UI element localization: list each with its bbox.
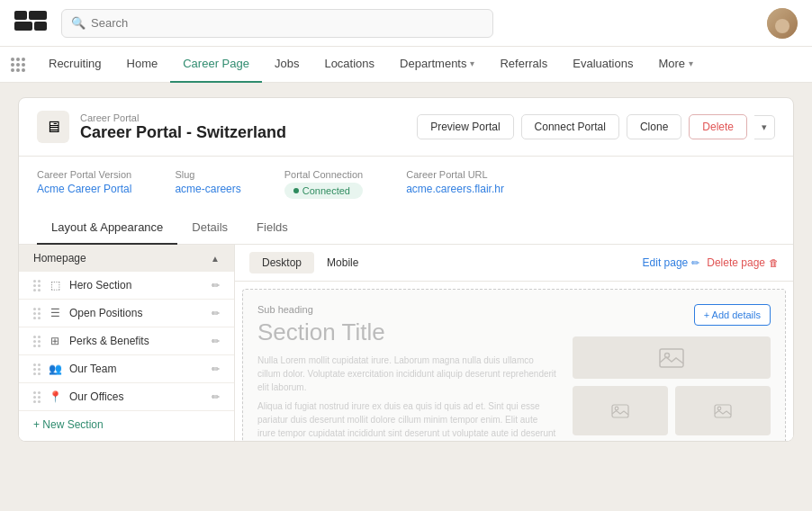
portal-name: Career Portal - Switzerland xyxy=(80,123,286,142)
sidebar-item-our-offices[interactable]: 📍 Our Offices ✏ xyxy=(19,383,234,411)
search-input[interactable] xyxy=(91,16,483,30)
image-placeholder-small-1 xyxy=(573,386,668,435)
edit-icon[interactable]: ✏ xyxy=(212,336,220,347)
preview-left: Sub heading Section Title Nulla Lorem mo… xyxy=(257,304,558,435)
nav-item-departments[interactable]: Departments ▾ xyxy=(387,47,487,83)
nav-item-career-page[interactable]: Career Page xyxy=(170,47,262,83)
add-details-button[interactable]: + Add details xyxy=(694,304,771,326)
svg-rect-0 xyxy=(14,11,27,20)
meta-version-value[interactable]: Acme Career Portal xyxy=(37,183,131,195)
edit-icon[interactable]: ✏ xyxy=(212,363,220,375)
image-placeholder-large xyxy=(573,336,771,379)
preview-toolbar: Desktop Mobile Edit page ✏ Delete page 🗑 xyxy=(235,245,793,282)
preview-content: Sub heading Section Title Nulla Lorem mo… xyxy=(242,289,786,441)
meta-slug-label: Slug xyxy=(175,169,240,180)
meta-connection: Portal Connection Connected xyxy=(284,169,363,199)
nav-item-referrals[interactable]: Referrals xyxy=(487,47,560,83)
edit-icon[interactable]: ✏ xyxy=(212,308,220,319)
delete-page-button[interactable]: Delete page 🗑 xyxy=(707,256,779,269)
preview-area: Desktop Mobile Edit page ✏ Delete page 🗑 xyxy=(235,245,793,441)
meta-version: Career Portal Version Acme Career Portal xyxy=(37,169,131,195)
nav-item-evaluations[interactable]: Evaluations xyxy=(560,47,645,83)
sidebar-item-our-team-label: Our Team xyxy=(69,363,204,375)
portal-label: Career Portal xyxy=(80,112,286,123)
preview-actions: Edit page ✏ Delete page 🗑 xyxy=(643,256,779,269)
tab-details[interactable]: Details xyxy=(177,211,242,245)
svg-rect-3 xyxy=(34,22,47,31)
portal-info: Career Portal Career Portal - Switzerlan… xyxy=(80,112,286,142)
image-placeholder-small-2 xyxy=(675,386,771,435)
svg-rect-6 xyxy=(612,405,628,417)
nav-item-more[interactable]: More ▾ xyxy=(645,47,706,83)
meta-url: Career Portal URL acme.careers.flair.hr xyxy=(406,169,504,195)
search-icon: 🔍 xyxy=(71,16,86,30)
drag-handle-icon xyxy=(33,363,41,375)
drag-handle-icon xyxy=(33,391,41,403)
sidebar: Homepage ▲ ⬚ Hero Section ✏ xyxy=(19,245,235,441)
avatar[interactable] xyxy=(767,8,798,39)
main-content: 🖥 Career Portal Career Portal - Switzerl… xyxy=(0,83,812,511)
meta-url-label: Career Portal URL xyxy=(406,169,504,180)
departments-chevron-icon: ▾ xyxy=(470,58,474,68)
new-section-button[interactable]: + New Section xyxy=(19,411,234,438)
tab-fields[interactable]: Fields xyxy=(242,211,302,245)
perks-icon: ⊞ xyxy=(48,335,62,347)
clone-button[interactable]: Clone xyxy=(627,114,681,139)
portal-title-area: 🖥 Career Portal Career Portal - Switzerl… xyxy=(37,111,286,143)
svg-rect-4 xyxy=(660,349,683,367)
sidebar-item-hero[interactable]: ⬚ Hero Section ✏ xyxy=(19,272,234,300)
search-bar[interactable]: 🔍 xyxy=(61,9,493,38)
sidebar-section-label: Homepage xyxy=(33,252,86,264)
nav-items: Recruiting Home Career Page Jobs Locatio… xyxy=(36,47,706,82)
sidebar-item-open-positions[interactable]: ☰ Open Positions ✏ xyxy=(19,300,234,327)
drag-handle-icon xyxy=(33,308,41,319)
connect-portal-button[interactable]: Connect Portal xyxy=(521,114,619,139)
connection-status-text: Connected xyxy=(302,185,350,196)
nav-grid-icon xyxy=(11,58,25,72)
svg-point-9 xyxy=(717,407,721,410)
meta-url-value[interactable]: acme.careers.flair.hr xyxy=(406,183,504,195)
mobile-view-button[interactable]: Mobile xyxy=(314,252,371,273)
edit-icon[interactable]: ✏ xyxy=(212,280,220,291)
sidebar-item-our-team[interactable]: 👥 Our Team ✏ xyxy=(19,355,234,383)
portal-header: 🖥 Career Portal Career Portal - Switzerl… xyxy=(19,98,793,157)
meta-slug: Slug acme-careers xyxy=(175,169,240,195)
sidebar-chevron-icon: ▲ xyxy=(211,254,220,264)
svg-rect-1 xyxy=(29,11,47,20)
image-row xyxy=(573,386,771,435)
drag-handle-icon xyxy=(33,336,41,347)
tab-layout-appearance[interactable]: Layout & Appearance xyxy=(37,211,177,245)
layout-content: Homepage ▲ ⬚ Hero Section ✏ xyxy=(19,245,793,441)
tabs-row: Layout & Appearance Details Fields xyxy=(19,211,793,245)
logo-icon xyxy=(14,11,47,36)
nav-bar: Recruiting Home Career Page Jobs Locatio… xyxy=(0,47,812,83)
svg-point-7 xyxy=(615,407,618,410)
meta-connection-label: Portal Connection xyxy=(284,169,363,180)
actions-dropdown-button[interactable]: ▾ xyxy=(754,115,775,139)
svg-rect-2 xyxy=(14,22,32,31)
edit-icon[interactable]: ✏ xyxy=(212,391,220,403)
sidebar-item-perks-label: Perks & Benefits xyxy=(69,335,204,347)
delete-button[interactable]: Delete xyxy=(689,114,747,139)
edit-page-button[interactable]: Edit page ✏ xyxy=(643,256,700,269)
nav-item-locations[interactable]: Locations xyxy=(311,47,387,83)
our-team-icon: 👥 xyxy=(48,363,62,375)
preview-section-title: Section Title xyxy=(257,318,558,346)
sidebar-item-perks[interactable]: ⊞ Perks & Benefits ✏ xyxy=(19,327,234,355)
sidebar-homepage-section[interactable]: Homepage ▲ xyxy=(19,245,234,272)
drag-handle-icon xyxy=(33,280,41,291)
desktop-view-button[interactable]: Desktop xyxy=(249,252,314,273)
meta-slug-value[interactable]: acme-careers xyxy=(175,183,240,195)
hero-section-icon: ⬚ xyxy=(48,279,62,291)
portal-meta: Career Portal Version Acme Career Portal… xyxy=(19,157,793,211)
sidebar-item-hero-label: Hero Section xyxy=(69,279,204,291)
open-positions-icon: ☰ xyxy=(48,307,62,319)
sidebar-item-open-positions-label: Open Positions xyxy=(69,307,204,319)
nav-item-recruiting[interactable]: Recruiting xyxy=(36,47,114,83)
sidebar-item-our-offices-label: Our Offices xyxy=(69,390,204,403)
more-chevron-icon: ▾ xyxy=(689,58,693,68)
nav-item-jobs[interactable]: Jobs xyxy=(262,47,311,83)
delete-page-icon: 🗑 xyxy=(769,257,779,268)
nav-item-home[interactable]: Home xyxy=(114,47,171,83)
preview-portal-button[interactable]: Preview Portal xyxy=(417,114,513,139)
